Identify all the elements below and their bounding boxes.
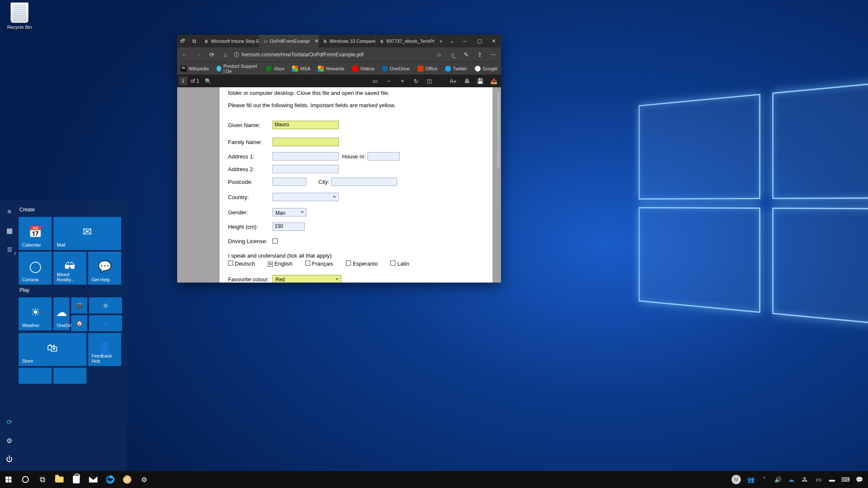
input-house-nr[interactable] bbox=[367, 152, 400, 161]
checkbox-esperanto[interactable] bbox=[346, 261, 351, 266]
notes-button[interactable]: ✎ bbox=[461, 50, 471, 60]
taskbar-paint[interactable] bbox=[119, 471, 136, 488]
more-button[interactable]: ⋯ bbox=[488, 50, 498, 60]
tab-preview-icon[interactable]: ⧉ bbox=[189, 35, 200, 47]
start-button[interactable] bbox=[0, 471, 17, 488]
tile-weather[interactable]: ☀Weather bbox=[19, 297, 52, 330]
checkbox-deutsch[interactable] bbox=[228, 261, 233, 266]
taskbar-explorer[interactable] bbox=[51, 471, 68, 488]
nav-forward-button[interactable]: → bbox=[193, 50, 203, 60]
pdf-zoom-in-button[interactable]: ＋ bbox=[397, 75, 408, 86]
checkbox-francais[interactable] bbox=[305, 261, 310, 266]
start-rail-tiles-icon[interactable]: ▦ bbox=[0, 221, 19, 240]
nav-refresh-button[interactable]: ⟳ bbox=[207, 50, 217, 60]
start-rail-power-icon[interactable]: ⏻ bbox=[0, 450, 19, 469]
bookmark-product-support[interactable]: Product Support | De bbox=[215, 64, 260, 74]
taskbar-cortana-button[interactable] bbox=[17, 471, 34, 488]
checkbox-driving-license[interactable] bbox=[273, 238, 278, 244]
tile-extra-1[interactable] bbox=[19, 368, 52, 384]
tray-user-avatar[interactable]: M bbox=[732, 475, 741, 484]
window-maximize-button[interactable]: ▢ bbox=[472, 35, 487, 47]
favorite-star-button[interactable]: ☆ bbox=[434, 50, 444, 60]
tile-store[interactable]: 🛍Store bbox=[19, 333, 86, 366]
taskbar-taskview-button[interactable]: ⧉ bbox=[34, 471, 51, 488]
url-field[interactable]: ⓘfoersom.com/net/HowTo/data/OoPdfFormExa… bbox=[234, 51, 431, 58]
tile-mixed-reality[interactable]: 🕶Mixed Reality... bbox=[53, 252, 86, 285]
input-address1[interactable] bbox=[273, 152, 339, 161]
tile-stopwatch[interactable]: ◎ bbox=[89, 297, 122, 313]
tile-home[interactable]: 🏠 bbox=[71, 315, 87, 331]
tile-cortana[interactable]: ◯Cortana bbox=[19, 252, 52, 285]
new-tab-button[interactable]: ＋ bbox=[435, 35, 446, 47]
start-rail-expand[interactable]: ≡ bbox=[0, 202, 19, 221]
nav-home-button[interactable]: ⌂ bbox=[220, 50, 231, 60]
tab-oopdf[interactable]: ▭OoPdfFormExampl✕ bbox=[259, 35, 319, 47]
bookmark-twitter[interactable]: Twitter bbox=[443, 66, 468, 72]
pdf-print-button[interactable]: 🖶 bbox=[461, 75, 472, 86]
pdf-search-button[interactable]: 🔍 bbox=[203, 75, 214, 86]
bookmark-videos[interactable]: Videos bbox=[351, 66, 376, 72]
lang-latin[interactable]: Latin bbox=[390, 261, 409, 267]
tile-feedback-hub[interactable]: 👤Feedback Hub bbox=[88, 333, 121, 366]
select-fav-colour[interactable]: Red bbox=[273, 275, 341, 283]
pdf-page-current[interactable]: 1 bbox=[179, 77, 187, 85]
input-postcode[interactable] bbox=[273, 177, 306, 186]
input-height[interactable]: 150 bbox=[273, 222, 305, 231]
pdf-read-aloud-button[interactable]: A» bbox=[448, 75, 459, 86]
lang-francais[interactable]: Français bbox=[305, 261, 333, 267]
tray-battery-icon[interactable]: ▬ bbox=[828, 476, 836, 483]
tray-people-icon[interactable]: 👥 bbox=[747, 476, 754, 483]
lang-esperanto[interactable]: Esperanto bbox=[346, 261, 378, 267]
nav-back-button[interactable]: ← bbox=[180, 50, 190, 60]
taskbar-settings[interactable]: ⚙ bbox=[136, 471, 153, 488]
bookmark-rewards[interactable]: Rewards bbox=[316, 66, 346, 72]
taskbar-store[interactable] bbox=[68, 471, 85, 488]
desktop-recycle-bin[interactable]: Recycle Bin bbox=[3, 3, 36, 30]
tile-camera[interactable]: 👤 bbox=[89, 315, 122, 331]
bookmark-office[interactable]: Office bbox=[416, 66, 440, 72]
tray-input-icon[interactable]: ▭ bbox=[815, 476, 822, 483]
pdf-layout-button[interactable]: ◫ bbox=[424, 75, 435, 86]
tab-actions-icon[interactable]: 🗗 bbox=[177, 35, 189, 47]
start-group-create[interactable]: Create bbox=[19, 207, 125, 213]
tile-extra-2[interactable] bbox=[53, 368, 86, 384]
bookmark-xbox[interactable]: Xbox bbox=[264, 66, 286, 72]
tray-touchkeyboard-icon[interactable]: ⌨ bbox=[842, 476, 849, 483]
tray-network-icon[interactable]: 🖧 bbox=[801, 476, 809, 483]
lang-deutsch[interactable]: Deutsch bbox=[228, 261, 255, 267]
checkbox-latin[interactable] bbox=[390, 261, 395, 266]
pdf-viewport[interactable]: folder or computer desktop. Close this f… bbox=[177, 87, 501, 283]
bookmark-google[interactable]: Google bbox=[473, 66, 499, 72]
tab-win10[interactable]: 🗎Windows 10 Compare bbox=[319, 35, 376, 47]
checkbox-english[interactable]: ✕ bbox=[268, 262, 273, 267]
site-info-icon[interactable]: ⓘ bbox=[234, 51, 239, 58]
taskbar-mail[interactable] bbox=[85, 471, 102, 488]
select-country[interactable] bbox=[273, 193, 339, 201]
tray-volume-icon[interactable]: 🔊 bbox=[774, 476, 782, 483]
bookmark-onedrive[interactable]: OneDrive bbox=[380, 66, 411, 72]
bookmark-wikipedia[interactable]: WWikipedia bbox=[179, 66, 211, 72]
bookmark-msa[interactable]: MSA bbox=[290, 66, 312, 72]
input-family-name[interactable] bbox=[273, 138, 339, 146]
tile-get-help[interactable]: 💬Get Help bbox=[88, 252, 121, 285]
tile-calendar[interactable]: 📅Calendar bbox=[19, 217, 52, 250]
tile-movies[interactable]: 🎬 bbox=[71, 297, 87, 313]
start-rail-list-icon[interactable]: ≣7 bbox=[0, 240, 19, 258]
tab-chevron-icon[interactable]: ⌄ bbox=[446, 35, 458, 47]
select-gender[interactable]: Man bbox=[273, 208, 306, 216]
pdf-save-button[interactable]: 💾 bbox=[475, 75, 486, 86]
pdf-zoom-out-button[interactable]: − bbox=[383, 75, 394, 86]
start-rail-share-icon[interactable]: ⟳ bbox=[0, 413, 19, 431]
favorites-list-button[interactable]: ☆̲ bbox=[448, 50, 458, 60]
input-city[interactable] bbox=[331, 177, 397, 186]
share-button[interactable]: ⇪ bbox=[475, 50, 485, 60]
taskbar-edge[interactable] bbox=[102, 471, 119, 488]
window-close-button[interactable]: ✕ bbox=[487, 35, 501, 47]
tray-onedrive-icon[interactable]: ☁ bbox=[787, 476, 795, 483]
tab-intune[interactable]: 🗎Microsoft Intune Step E bbox=[200, 35, 259, 47]
input-given-name[interactable]: Mauro bbox=[273, 121, 339, 129]
window-minimize-button[interactable]: ─ bbox=[458, 35, 472, 47]
tray-action-center-icon[interactable]: 💬 bbox=[855, 476, 863, 483]
pdf-saveas-button[interactable]: 📥 bbox=[488, 75, 499, 86]
pdf-rotate-button[interactable]: ↻ bbox=[410, 75, 421, 86]
